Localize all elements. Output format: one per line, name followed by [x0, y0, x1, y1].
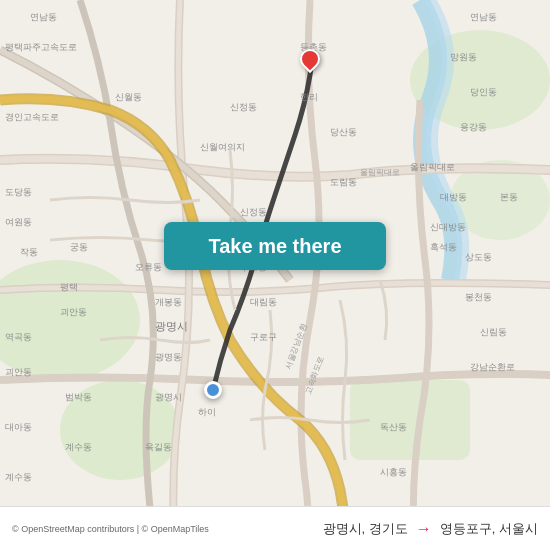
svg-text:흑석동: 흑석동	[430, 242, 457, 252]
user-location-marker	[204, 381, 222, 399]
route-origin: 광명시, 경기도	[323, 520, 408, 538]
svg-text:하이: 하이	[198, 407, 216, 417]
map-background: 연남동 연남동 망원동 당인동 용강동 올림픽대로 대방동 신대방동 상도동 봉…	[0, 0, 550, 550]
map-container: 연남동 연남동 망원동 당인동 용강동 올림픽대로 대방동 신대방동 상도동 봉…	[0, 0, 550, 550]
svg-text:상도동: 상도동	[465, 252, 492, 262]
svg-text:작동: 작동	[20, 247, 38, 257]
svg-text:신정동: 신정동	[240, 207, 267, 217]
svg-text:연남동: 연남동	[470, 12, 497, 22]
svg-text:여원동: 여원동	[5, 217, 32, 227]
svg-text:평택: 평택	[60, 282, 78, 292]
destination-marker	[300, 49, 320, 69]
svg-text:괴안동: 괴안동	[5, 367, 32, 377]
bottom-info-bar: © OpenStreetMap contributors | © OpenMap…	[0, 506, 550, 550]
svg-text:신림동: 신림동	[480, 327, 507, 337]
route-arrow-icon: →	[416, 520, 432, 538]
svg-text:계수동: 계수동	[65, 442, 92, 452]
svg-text:개봉동: 개봉동	[155, 297, 182, 307]
svg-text:봉천동: 봉천동	[465, 292, 492, 302]
svg-text:올림픽대로: 올림픽대로	[360, 168, 400, 177]
svg-text:광명시: 광명시	[155, 320, 188, 332]
route-info: 광명시, 경기도 → 영등포구, 서울시	[323, 520, 538, 538]
take-me-there-button[interactable]: Take me there	[164, 222, 386, 270]
svg-text:대아동: 대아동	[5, 422, 32, 432]
svg-text:평택파주고속도로: 평택파주고속도로	[5, 42, 77, 52]
svg-text:범박동: 범박동	[65, 392, 92, 402]
route-destination: 영등포구, 서울시	[440, 520, 538, 538]
svg-text:역곡동: 역곡동	[5, 332, 32, 342]
svg-text:육길동: 육길동	[145, 442, 172, 452]
svg-text:독산동: 독산동	[380, 422, 407, 432]
svg-text:연남동: 연남동	[30, 12, 57, 22]
svg-text:구로구: 구로구	[250, 332, 277, 342]
svg-text:오류동: 오류동	[135, 262, 162, 272]
svg-text:신정동: 신정동	[230, 102, 257, 112]
svg-text:당인동: 당인동	[470, 87, 497, 97]
svg-text:올림픽대로: 올림픽대로	[410, 162, 455, 172]
svg-text:용강동: 용강동	[460, 122, 487, 132]
svg-text:괴안동: 괴안동	[60, 307, 87, 317]
svg-text:강남순환로: 강남순환로	[470, 362, 515, 372]
svg-text:신대방동: 신대방동	[430, 222, 466, 232]
svg-text:광명동: 광명동	[155, 352, 182, 362]
svg-text:대림동: 대림동	[250, 297, 277, 307]
svg-text:경인고속도로: 경인고속도로	[5, 112, 59, 122]
svg-text:신월여의지: 신월여의지	[200, 142, 245, 152]
svg-text:망원동: 망원동	[450, 52, 477, 62]
svg-text:당산동: 당산동	[330, 127, 357, 137]
svg-text:계수동: 계수동	[5, 472, 32, 482]
svg-text:궁동: 궁동	[70, 242, 88, 252]
svg-text:도당동: 도당동	[5, 187, 32, 197]
svg-text:한리: 한리	[300, 92, 318, 102]
svg-text:도림동: 도림동	[330, 177, 357, 187]
svg-text:신월동: 신월동	[115, 92, 142, 102]
svg-text:본동: 본동	[500, 192, 518, 202]
svg-text:시흥동: 시흥동	[380, 467, 407, 477]
svg-text:광명시: 광명시	[155, 392, 182, 402]
svg-text:대방동: 대방동	[440, 192, 467, 202]
map-attribution: © OpenStreetMap contributors | © OpenMap…	[12, 524, 209, 534]
